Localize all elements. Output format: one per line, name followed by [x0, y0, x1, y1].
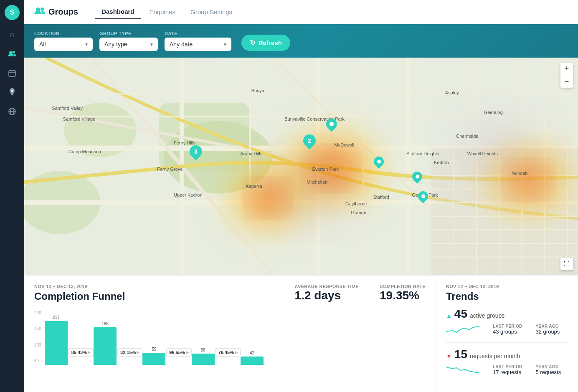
completion-rate-metric: COMPLETION RATE 19.35%: [380, 284, 426, 302]
trend-1-number: 45: [454, 307, 467, 321]
app-logo[interactable]: S: [5, 5, 20, 20]
trend-1-main: ▲ 45 active groups: [446, 307, 568, 321]
funnel-panel-header: NOV 12 – DEC 12, 2019 Completion Funnel …: [34, 284, 426, 307]
conversion-4: 76.45% ▶: [215, 348, 241, 357]
location-select[interactable]: All North South East West: [34, 38, 93, 51]
brand-logo: Groups: [34, 7, 78, 18]
bar-group-2: 185: [94, 321, 117, 365]
trend-2-year-ago-label: YEAR AGO: [536, 364, 561, 369]
sidebar-item-pin[interactable]: [4, 84, 20, 100]
refresh-button[interactable]: ↻ Refresh: [241, 35, 290, 51]
tab-enquiries[interactable]: Enquiries: [142, 5, 182, 19]
trend-1-arrow-up: ▲: [446, 312, 452, 319]
bar-label-56: 56: [201, 348, 205, 352]
trend-divider: [446, 342, 568, 343]
pin-icon: [9, 88, 15, 96]
map-marker-1[interactable]: [326, 119, 337, 129]
map-fullscreen-button[interactable]: [560, 258, 573, 270]
group-type-select[interactable]: Any type Type A Type B: [99, 38, 158, 51]
tab-bar: Dashboard Enquiries Group Settings: [95, 5, 239, 19]
conversion-3: 96.55% ▶: [166, 348, 191, 357]
bar-2: [94, 327, 117, 365]
group-type-select-wrapper: Any type Type A Type B: [99, 38, 158, 51]
bar-3: [142, 353, 165, 365]
trend-2-number: 15: [454, 348, 467, 361]
svg-point-0: [9, 51, 13, 54]
trend-1-last-period-label: LAST PERIOD: [493, 324, 522, 329]
svg-point-11: [41, 8, 44, 11]
trend-1-year-ago-value: 32 groups: [536, 329, 560, 335]
trend-1-year-ago: YEAR AGO 32 groups: [536, 324, 560, 335]
map-zoom-controls: + −: [560, 63, 573, 88]
trend-2-sparkline: [446, 364, 479, 376]
trend-2-year-ago-value: 5 requests: [536, 369, 561, 375]
zoom-in-button[interactable]: +: [560, 63, 573, 75]
trend-2-last-period: LAST PERIOD 17 requests: [493, 364, 522, 375]
fullscreen-icon: [564, 261, 570, 267]
bar-label-42: 42: [250, 351, 254, 355]
trend-1-last-period-value: 43 groups: [493, 329, 522, 335]
bar-4: [192, 354, 215, 365]
date-select[interactable]: Any date Last 7 days Last 30 days Custom: [165, 38, 231, 51]
sidebar-item-users[interactable]: [4, 46, 20, 62]
sidebar-item-home[interactable]: ⌂: [4, 27, 20, 43]
bar-5: [241, 357, 264, 365]
conversion-1: 85.43% ▶: [68, 348, 94, 357]
refresh-icon: ↻: [250, 39, 255, 47]
avg-response-value: 1.2 days: [295, 289, 359, 302]
sidebar-item-globe[interactable]: [4, 104, 20, 119]
avg-response-metric: AVERAGE RESPONSE TIME 1.2 days: [295, 284, 359, 302]
trend-item-2: ▼ 15 requests per month LAST PERIOD 17 r…: [446, 348, 568, 376]
avg-response-label: AVERAGE RESPONSE TIME: [295, 284, 359, 289]
completion-funnel-panel: NOV 12 – DEC 12, 2019 Completion Funnel …: [24, 276, 436, 392]
trend-item-1: ▲ 45 active groups LAST PERIOD 43 groups…: [446, 307, 568, 336]
map-background[interactable]: McDowall Everton Park Keperra Mitchelton…: [24, 58, 578, 275]
location-label: LOCATION: [34, 31, 93, 36]
map-marker-6[interactable]: [418, 191, 428, 201]
tab-group-settings[interactable]: Group Settings: [184, 5, 239, 19]
bar-group-3: 59: [142, 347, 165, 365]
trend-2-comparison: LAST PERIOD 17 requests YEAR AGO 5 reque…: [446, 364, 568, 376]
bar-1: [45, 321, 68, 365]
conversion-label-4: 76.45% ▶: [215, 348, 241, 357]
trend-1-description: active groups: [470, 312, 504, 319]
funnel-header-info: NOV 12 – DEC 12, 2019 Completion Funnel: [34, 284, 295, 307]
bar-chart: 200 150 100 50 217 85.43% ▶: [34, 311, 426, 365]
trend-2-main: ▼ 15 requests per month: [446, 348, 568, 361]
sidebar: S ⌂: [0, 0, 24, 392]
trend-1-last-period: LAST PERIOD 43 groups: [493, 324, 522, 335]
bar-group-5: 42: [241, 351, 264, 365]
map-marker-4[interactable]: [374, 157, 384, 167]
bar-group-1: 217: [45, 315, 68, 365]
globe-icon: [8, 108, 16, 115]
map-marker-2[interactable]: 2: [303, 134, 316, 147]
completion-rate-label: COMPLETION RATE: [380, 284, 426, 289]
svg-rect-2: [9, 71, 15, 76]
group-type-filter: GROUP TYPE Any type Type A Type B: [99, 31, 158, 51]
funnel-date-range: NOV 12 – DEC 12, 2019: [34, 284, 295, 289]
svg-rect-32: [431, 148, 578, 275]
trend-1-sparkline: [446, 323, 479, 336]
sidebar-item-calendar[interactable]: [4, 65, 20, 81]
trend-2-last-period-label: LAST PERIOD: [493, 364, 522, 369]
map-marker-3[interactable]: 3: [190, 145, 202, 158]
zoom-out-button[interactable]: −: [560, 75, 573, 88]
bar-group-4: 56: [192, 348, 215, 365]
topnav: Groups Dashboard Enquiries Group Setting…: [24, 0, 578, 24]
trend-2-year-ago: YEAR AGO 5 requests: [536, 364, 561, 375]
date-label: DATE: [165, 31, 231, 36]
trend-2-last-period-value: 17 requests: [493, 369, 522, 375]
map-marker-5[interactable]: [412, 172, 422, 182]
conversion-label-1: 85.43% ▶: [68, 348, 94, 357]
funnel-title: Completion Funnel: [34, 291, 295, 302]
conversion-label-3: 96.55% ▶: [166, 348, 191, 357]
trend-2-description: requests per month: [470, 353, 520, 359]
y-axis: 200 150 100 50: [34, 311, 41, 365]
y-label-200: 200: [34, 311, 41, 315]
funnel-metrics: AVERAGE RESPONSE TIME 1.2 days COMPLETIO…: [295, 284, 426, 302]
date-filter: DATE Any date Last 7 days Last 30 days C…: [165, 31, 231, 51]
tab-dashboard[interactable]: Dashboard: [95, 5, 141, 19]
trends-panel: NOV 12 – DEC 12, 2019 Trends ▲ 45 active…: [436, 276, 578, 392]
y-label-150: 150: [34, 326, 41, 331]
location-select-wrapper: All North South East West: [34, 38, 93, 51]
